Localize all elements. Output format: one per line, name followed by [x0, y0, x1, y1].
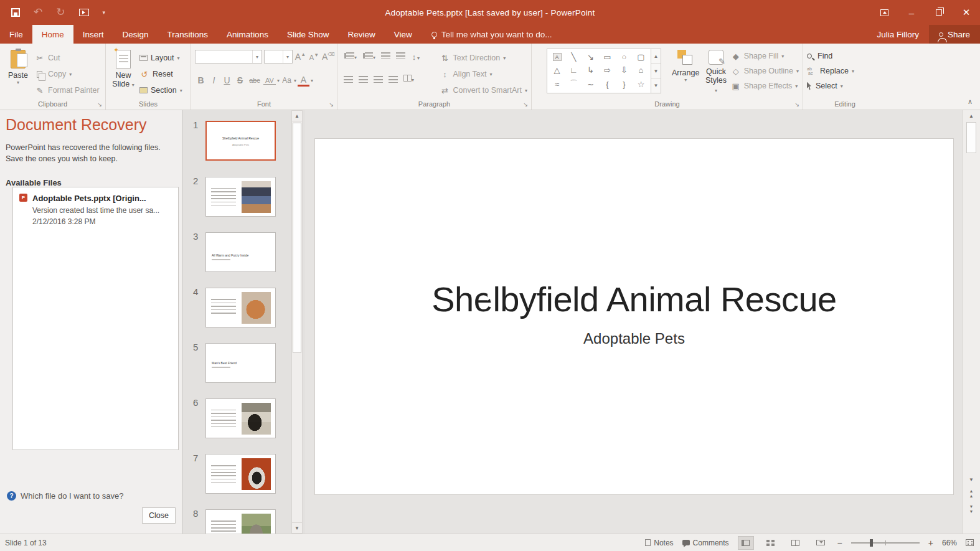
- arrange-button[interactable]: Arrange ▾: [670, 49, 701, 83]
- thumbnail-scroll-down-icon[interactable]: ▼: [292, 522, 302, 533]
- select-button[interactable]: Select▾: [807, 78, 854, 93]
- thumbnail-1-box[interactable]: Shelbyfield Animal Rescue Adoptable Pets: [205, 121, 276, 161]
- thumbnail-7-box[interactable]: [205, 454, 276, 494]
- recovery-close-button[interactable]: Close: [142, 507, 176, 524]
- justify-button[interactable]: [389, 76, 398, 83]
- shrink-font-button[interactable]: A▼: [308, 52, 320, 61]
- layout-button[interactable]: Layout▾: [139, 50, 182, 66]
- thumbnail-8-box[interactable]: [205, 509, 276, 534]
- shape-effects-button[interactable]: ▣Shape Effects▾: [731, 78, 799, 93]
- thumbnail-5-box[interactable]: Man's Best Friend: [205, 343, 276, 383]
- tab-home[interactable]: Home: [32, 25, 73, 44]
- thumbnail-scroll-up-icon[interactable]: ▲: [292, 111, 302, 121]
- paste-button[interactable]: Paste ▾: [4, 49, 32, 86]
- next-slide-icon[interactable]: ▼ ▼: [966, 504, 977, 517]
- character-spacing-button[interactable]: AV: [263, 77, 276, 85]
- shape-outline-button[interactable]: ◇Shape Outline▾: [731, 64, 799, 78]
- tab-animations[interactable]: Animations: [217, 25, 278, 44]
- tab-view[interactable]: View: [385, 25, 422, 44]
- line-shape-icon[interactable]: ╲: [572, 52, 577, 62]
- align-center-button[interactable]: [359, 76, 368, 83]
- comments-button[interactable]: Comments: [682, 539, 729, 547]
- fit-slide-to-window-icon[interactable]: [966, 539, 974, 546]
- grow-font-button[interactable]: A▲: [294, 52, 306, 62]
- font-name-caret-icon[interactable]: ▾: [252, 50, 261, 63]
- thumbnail-scrollbar-thumb[interactable]: [293, 123, 301, 353]
- shapes-scroll-up-icon[interactable]: ▲: [651, 49, 661, 64]
- tab-file[interactable]: File: [0, 25, 32, 44]
- format-painter-button[interactable]: ✎Format Painter: [35, 82, 100, 98]
- underline-button[interactable]: U: [221, 75, 233, 85]
- tab-insert[interactable]: Insert: [73, 25, 113, 44]
- reading-view-button[interactable]: [788, 536, 804, 550]
- left-brace-shape-icon[interactable]: {: [606, 80, 608, 89]
- decrease-indent-button[interactable]: [381, 52, 390, 61]
- slide-sorter-view-button[interactable]: [763, 536, 779, 550]
- zoom-out-button[interactable]: −: [837, 538, 842, 548]
- rectangle-shape-icon[interactable]: ▭: [603, 52, 611, 62]
- restore-button[interactable]: [925, 0, 953, 25]
- tab-slide-show[interactable]: Slide Show: [278, 25, 339, 44]
- font-color-button[interactable]: A: [298, 75, 309, 87]
- normal-view-button[interactable]: [738, 536, 754, 550]
- find-button[interactable]: Find: [807, 49, 854, 64]
- new-slide-button[interactable]: New Slide ▾: [110, 49, 137, 89]
- align-text-button[interactable]: ↕Align Text▾: [440, 66, 527, 82]
- customize-qat-icon[interactable]: ▾: [103, 9, 106, 16]
- thumbnail-2-box[interactable]: [205, 177, 276, 217]
- close-button[interactable]: ✕: [953, 0, 980, 25]
- paragraph-dialog-launcher-icon[interactable]: ↘: [523, 101, 528, 108]
- triangle-shape-icon[interactable]: △: [554, 65, 560, 75]
- tab-review[interactable]: Review: [338, 25, 384, 44]
- font-size-combo[interactable]: ▾: [264, 50, 293, 64]
- bold-button[interactable]: B: [195, 75, 207, 85]
- convert-smartart-button[interactable]: ⇄Convert to SmartArt▾: [440, 82, 527, 98]
- editor-scrollbar-thumb[interactable]: [966, 122, 976, 153]
- italic-button[interactable]: I: [208, 75, 220, 85]
- clear-formatting-button[interactable]: A⌫: [322, 52, 334, 62]
- right-arrow-shape-icon[interactable]: ⇨: [604, 65, 611, 75]
- ribbon-display-options-button[interactable]: [870, 0, 898, 25]
- thumbnail-scrollbar[interactable]: ▲ ▼: [291, 110, 303, 534]
- share-button[interactable]: Share: [929, 25, 980, 44]
- shapes-scroll-down-icon[interactable]: ▼: [651, 64, 661, 78]
- text-direction-button[interactable]: ⇅Text Direction▾: [440, 50, 527, 66]
- zoom-level[interactable]: 66%: [942, 539, 957, 547]
- tab-transitions[interactable]: Transitions: [158, 25, 218, 44]
- increase-indent-button[interactable]: [396, 52, 405, 61]
- editor-scroll-up-icon[interactable]: ▲: [966, 111, 977, 121]
- copy-button[interactable]: Copy▾: [35, 66, 100, 82]
- curve-shape-icon[interactable]: ∼: [587, 80, 594, 89]
- line-spacing-button[interactable]: ↕▾: [411, 52, 420, 62]
- slide-title-text[interactable]: Shelbyfield Animal Rescue: [315, 279, 953, 319]
- columns-button[interactable]: ▾: [403, 75, 414, 83]
- zoom-in-button[interactable]: +: [928, 538, 933, 548]
- oval-shape-icon[interactable]: ○: [622, 52, 627, 62]
- arc-shape-icon[interactable]: ⌒: [570, 78, 578, 90]
- thumbnail-6-box[interactable]: [205, 398, 276, 438]
- tell-me-box[interactable]: Tell me what you want to do...: [431, 25, 552, 44]
- cut-button[interactable]: ✂Cut: [35, 50, 100, 66]
- thumbnail-4-box[interactable]: [205, 288, 276, 327]
- thumbnail-3-box[interactable]: All Warm and Fuzzy Inside: [205, 232, 276, 272]
- replace-button[interactable]: Replace▾: [807, 64, 854, 78]
- freeform-shape-icon[interactable]: ⌂: [639, 65, 644, 75]
- scribble-shape-icon[interactable]: ≈: [555, 80, 559, 89]
- tab-design[interactable]: Design: [113, 25, 158, 44]
- shape-fill-button[interactable]: ◆Shape Fill▾: [731, 49, 799, 64]
- slide-canvas[interactable]: Shelbyfield Animal Rescue Adoptable Pets: [314, 138, 954, 495]
- start-slideshow-icon[interactable]: [79, 9, 89, 16]
- align-right-button[interactable]: [374, 76, 383, 83]
- section-button[interactable]: Section▾: [139, 82, 182, 98]
- recovery-help-link[interactable]: ? Which file do I want to save?: [7, 491, 123, 501]
- elbow-arrow-connector-icon[interactable]: ↳: [587, 65, 594, 75]
- bullets-button[interactable]: ▾: [344, 52, 357, 61]
- quick-styles-button[interactable]: Quick Styles ▾: [704, 49, 728, 94]
- redo-icon[interactable]: ↻: [56, 8, 65, 17]
- shapes-gallery[interactable]: A ╲ ↘ ▭ ○ ▢ △ ∟ ↳ ⇨ ⇩ ⌂ ≈ ⌒ ∼ { } ☆: [547, 49, 651, 93]
- minimize-button[interactable]: –: [898, 0, 925, 25]
- editor-vertical-scrollbar[interactable]: ▲ ▼ ▲ ▲ ▼ ▼: [962, 110, 980, 534]
- recovered-file-item[interactable]: P Adoptable Pets.pptx [Origin... Version…: [13, 187, 178, 232]
- elbow-connector-icon[interactable]: ∟: [570, 65, 578, 75]
- zoom-slider[interactable]: [851, 542, 920, 544]
